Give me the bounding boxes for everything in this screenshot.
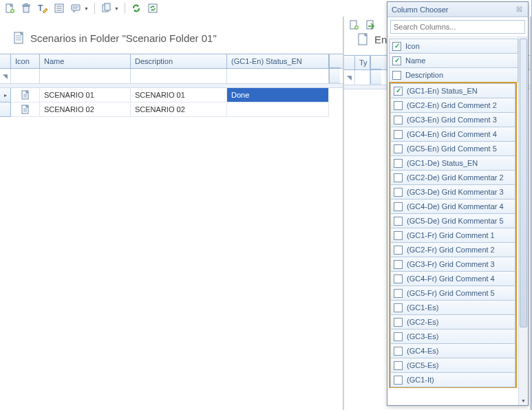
checkbox[interactable] <box>394 188 403 197</box>
column-option[interactable]: (GC3-De) Grid Kommentar 3 <box>390 184 515 199</box>
checkbox[interactable] <box>394 159 403 168</box>
checkbox[interactable] <box>394 246 403 255</box>
filter-name-cell[interactable] <box>40 69 131 83</box>
column-option-label: (GC5-Es) <box>407 361 438 369</box>
svg-rect-15 <box>149 4 157 12</box>
cell-status[interactable] <box>227 102 329 117</box>
cell-name: SCENARIO 01 <box>40 88 131 102</box>
checkbox[interactable] <box>394 217 403 226</box>
svg-rect-2 <box>23 6 29 12</box>
checkbox[interactable] <box>394 376 403 385</box>
column-option[interactable]: (GC1-En) Status_EN <box>390 83 515 98</box>
column-option[interactable]: (GC1-Fr) Grid Comment 1 <box>390 228 515 243</box>
column-option[interactable]: (GC4-Fr) Grid Comment 4 <box>390 271 515 286</box>
column-option-label: (GC1-Fr) Grid Comment 1 <box>407 231 495 239</box>
scroll-down-icon[interactable]: ▼ <box>519 396 528 405</box>
filter-type-cell[interactable] <box>355 70 370 85</box>
checkbox[interactable] <box>394 289 403 298</box>
column-option[interactable]: (GC5-Es) <box>390 358 515 373</box>
folder-title-icon <box>14 32 25 44</box>
filter-desc-cell[interactable] <box>131 69 227 83</box>
checkbox[interactable] <box>394 144 403 153</box>
svg-rect-10 <box>72 5 80 10</box>
refresh-icon[interactable] <box>129 1 143 15</box>
delete-icon[interactable] <box>19 1 33 15</box>
search-columns-input[interactable] <box>390 20 525 34</box>
column-option[interactable]: (GC2-Es) <box>390 314 515 330</box>
checkbox[interactable] <box>392 71 401 80</box>
svg-rect-14 <box>105 3 110 10</box>
new-entity-icon[interactable] <box>347 18 361 32</box>
comment-icon[interactable] <box>69 1 83 15</box>
column-option[interactable]: (GC2-En) Grid Comment 2 <box>390 98 515 113</box>
column-option[interactable]: (GC4-De) Grid Kommentar 4 <box>390 199 515 214</box>
column-option[interactable]: Name <box>389 53 518 68</box>
column-option-label: (GC4-En) Grid Comment 4 <box>407 130 497 138</box>
close-icon[interactable]: ☒ <box>515 4 524 14</box>
copy-icon[interactable] <box>99 1 113 15</box>
column-option[interactable]: (GC1-De) Status_EN <box>390 155 515 171</box>
refresh-all-icon[interactable] <box>146 1 160 15</box>
column-option-label: (GC3-Es) <box>407 332 438 341</box>
column-option-label: (GC3-Fr) Grid Comment 3 <box>407 260 495 268</box>
checkbox[interactable] <box>392 56 401 65</box>
checkbox[interactable] <box>394 87 403 96</box>
column-option-label: (GC4-De) Grid Kommentar 4 <box>407 202 504 211</box>
checkbox[interactable] <box>394 202 403 211</box>
column-option[interactable]: (GC3-En) Grid Comment 3 <box>390 112 515 127</box>
column-option[interactable]: (GC4-Es) <box>390 343 515 358</box>
checkbox[interactable] <box>394 173 403 182</box>
row-indicator-header <box>0 54 11 68</box>
column-option[interactable]: (GC1-It) <box>390 372 515 387</box>
col-header-status[interactable]: (GC1-En) Status_EN <box>227 54 329 68</box>
column-option[interactable]: (GC2-Fr) Grid Comment 2 <box>390 242 515 257</box>
comment-dropdown-icon[interactable]: ▼ <box>84 6 89 11</box>
scrollbar[interactable]: ▲ ▼ <box>518 37 528 405</box>
column-chooser-list: IconNameDescription(GC1-En) Status_EN(GC… <box>387 37 518 405</box>
filter-status-cell[interactable] <box>227 69 329 83</box>
column-option[interactable]: (GC5-Fr) Grid Comment 5 <box>390 285 515 301</box>
rename-icon[interactable]: T <box>36 1 50 15</box>
list-icon[interactable] <box>52 1 66 15</box>
import-entity-icon[interactable] <box>363 18 377 32</box>
col-header-icon[interactable]: Icon <box>11 54 40 68</box>
cell-status[interactable]: Done <box>227 88 329 102</box>
filter-icon[interactable]: ◥ <box>344 70 355 85</box>
column-option-label: (GC5-En) Grid Comment 5 <box>407 144 497 153</box>
checkbox[interactable] <box>394 303 403 312</box>
checkbox[interactable] <box>394 318 403 327</box>
checkbox[interactable] <box>394 347 403 356</box>
col-header-type[interactable]: Ty <box>355 56 370 69</box>
checkbox[interactable] <box>394 130 403 139</box>
column-chooser-title: Column Chooser <box>392 6 449 14</box>
column-option-label: (GC1-De) Status_EN <box>407 159 478 167</box>
column-option-label: (GC1-It) <box>407 376 434 384</box>
cell-description: SCENARIO 02 <box>131 102 227 117</box>
col-header-description[interactable]: Description <box>131 54 227 68</box>
column-option[interactable]: (GC2-De) Grid Kommentar 2 <box>390 170 515 185</box>
column-option[interactable]: Description <box>389 67 518 83</box>
column-option[interactable]: Icon <box>389 39 518 54</box>
checkbox[interactable] <box>394 116 403 125</box>
checkbox[interactable] <box>394 231 403 240</box>
checkbox[interactable] <box>394 274 403 283</box>
checkbox[interactable] <box>394 101 403 110</box>
checkbox[interactable] <box>394 361 403 370</box>
column-option[interactable]: (GC5-De) Grid Kommentar 5 <box>390 213 515 228</box>
column-option[interactable]: (GC3-Es) <box>390 329 515 344</box>
table-row[interactable]: SCENARIO 01SCENARIO 01Done <box>0 88 343 102</box>
column-option[interactable]: (GC5-En) Grid Comment 5 <box>390 141 515 156</box>
scroll-thumb[interactable] <box>520 39 527 327</box>
column-option[interactable]: (GC1-Es) <box>390 300 515 315</box>
checkbox[interactable] <box>392 42 401 51</box>
column-option[interactable]: (GC3-Fr) Grid Comment 3 <box>390 257 515 272</box>
checkbox[interactable] <box>394 260 403 269</box>
copy-dropdown-icon[interactable]: ▼ <box>114 6 119 11</box>
filter-icon-cell[interactable] <box>11 69 40 83</box>
filter-icon[interactable]: ◥ <box>0 69 11 83</box>
table-row[interactable]: SCENARIO 02SCENARIO 02 <box>0 102 343 117</box>
checkbox[interactable] <box>394 332 403 341</box>
new-icon[interactable] <box>3 1 17 15</box>
column-option[interactable]: (GC4-En) Grid Comment 4 <box>390 127 515 142</box>
col-header-name[interactable]: Name <box>40 54 131 68</box>
